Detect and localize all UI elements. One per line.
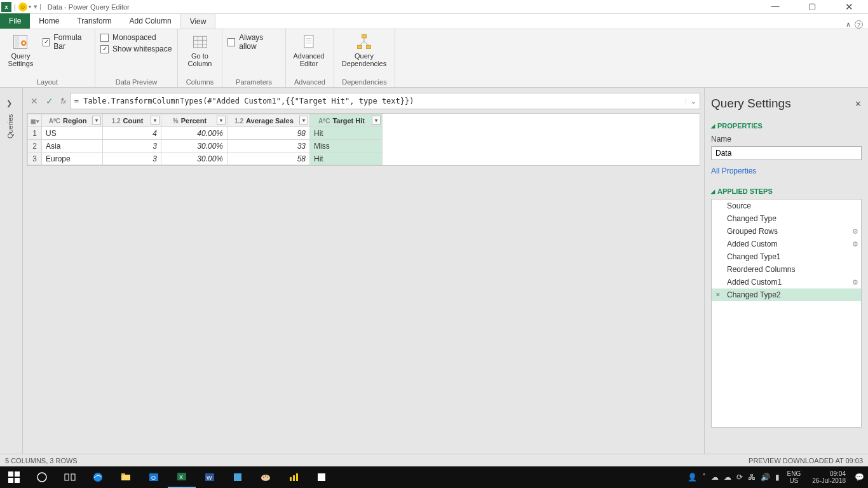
tab-file[interactable]: File xyxy=(0,13,30,29)
volume-icon[interactable]: 🔊 xyxy=(761,473,770,482)
grid-corner[interactable]: ▦▾ xyxy=(28,114,42,127)
applied-step[interactable]: Added Custom1⚙ xyxy=(712,276,861,288)
formula-input[interactable]: = Table.TransformColumnTypes(#"Added Cus… xyxy=(70,93,700,109)
taskbar-app5-icon[interactable] xyxy=(224,466,252,488)
column-header-average-sales[interactable]: 1.2Average Sales▾ xyxy=(227,114,310,127)
svg-rect-28 xyxy=(121,473,125,475)
applied-step[interactable]: Changed Type2 xyxy=(712,288,861,301)
window-titlebar: x | ☺ ▾ ▾ | Data - Power Query Editor — … xyxy=(0,0,868,14)
row-number[interactable]: 3 xyxy=(28,152,42,165)
tab-home[interactable]: Home xyxy=(30,13,68,29)
qat-dropdown-icon[interactable]: ▾ xyxy=(29,4,31,10)
svg-point-39 xyxy=(267,477,268,478)
help-icon[interactable]: ? xyxy=(855,20,863,29)
onedrive2-icon[interactable]: ☁ xyxy=(724,473,731,482)
svg-text:O: O xyxy=(151,475,156,481)
tab-view[interactable]: View xyxy=(180,13,216,29)
applied-step[interactable]: Changed Type1 xyxy=(712,250,861,263)
ribbon-collapse-icon[interactable]: ∧ xyxy=(846,20,851,29)
table-row[interactable]: 2Asia330.00%33Miss xyxy=(28,140,383,152)
confirm-formula-button[interactable]: ✓ xyxy=(42,93,57,109)
updates-icon[interactable]: ⟳ xyxy=(736,473,743,482)
group-label-parameters: Parameters xyxy=(227,77,280,86)
cancel-formula-button[interactable]: ✕ xyxy=(27,93,42,109)
column-filter-icon[interactable]: ▾ xyxy=(92,116,101,125)
goto-column-button[interactable]: Go to Column xyxy=(183,32,217,67)
taskbar-excel-icon[interactable]: X xyxy=(168,466,196,488)
column-filter-icon[interactable]: ▾ xyxy=(372,116,381,125)
formula-dropdown-icon[interactable]: ⌄ xyxy=(686,98,700,105)
advanced-editor-button[interactable]: Advanced Editor xyxy=(291,32,327,67)
window-close-button[interactable]: ✕ xyxy=(836,1,862,13)
svg-rect-20 xyxy=(15,471,20,477)
query-dependencies-button[interactable]: Query Dependencies xyxy=(339,32,389,67)
all-properties-link[interactable]: All Properties xyxy=(711,166,756,175)
tab-add-column[interactable]: Add Column xyxy=(121,13,180,29)
svg-rect-9 xyxy=(304,36,313,48)
applied-step[interactable]: Changed Type xyxy=(712,212,861,225)
column-header-target-hit[interactable]: AᴮCTarget Hit▾ xyxy=(310,114,383,127)
tray-chevron-icon[interactable]: ˄ xyxy=(702,473,706,482)
query-settings-button[interactable]: Query Settings xyxy=(5,32,36,67)
svg-rect-42 xyxy=(296,473,298,481)
table-row[interactable]: 1US440.00%98Hit xyxy=(28,127,383,140)
taskbar-app8-icon[interactable] xyxy=(308,466,336,488)
gear-icon[interactable]: ⚙ xyxy=(852,240,858,248)
start-button[interactable] xyxy=(0,466,28,488)
language-indicator[interactable]: ENGUS xyxy=(785,470,804,484)
applied-step[interactable]: Grouped Rows⚙ xyxy=(712,225,861,238)
taskbar-explorer-icon[interactable] xyxy=(112,466,140,488)
battery-icon[interactable]: ▮ xyxy=(775,473,780,482)
ribbon: Query Settings ✓Formula Bar Layout Monos… xyxy=(0,29,868,88)
row-number[interactable]: 1 xyxy=(28,127,42,140)
column-header-region[interactable]: AᴮCRegion▾ xyxy=(42,114,103,127)
action-center-icon[interactable]: 💬 xyxy=(855,473,864,482)
show-whitespace-checkbox[interactable]: ✓Show whitespace xyxy=(100,43,172,55)
svg-line-18 xyxy=(364,41,369,45)
cortana-button[interactable] xyxy=(28,466,56,488)
row-number[interactable]: 2 xyxy=(28,140,42,152)
monospaced-checkbox[interactable]: Monospaced xyxy=(100,32,172,43)
taskbar-edge-icon[interactable] xyxy=(84,466,112,488)
onedrive-icon[interactable]: ☁ xyxy=(711,473,719,482)
applied-step[interactable]: Source xyxy=(712,200,861,212)
fx-icon: fx xyxy=(57,97,70,105)
gear-icon[interactable]: ⚙ xyxy=(852,227,858,236)
taskbar-clock[interactable]: 09:0426-Jul-2018 xyxy=(808,470,850,484)
svg-rect-41 xyxy=(293,475,295,481)
taskbar-word-icon[interactable]: W xyxy=(196,466,224,488)
column-header-percent[interactable]: %Percent▾ xyxy=(161,114,227,127)
taskbar-powerbi-icon[interactable] xyxy=(280,466,308,488)
group-label-columns: Columns xyxy=(183,77,217,86)
applied-steps-section-header[interactable]: ◢APPLIED STEPS xyxy=(711,187,862,195)
people-icon[interactable]: 👤 xyxy=(688,473,697,482)
column-header-count[interactable]: 1.2Count▾ xyxy=(103,114,161,127)
settings-pane-icon xyxy=(11,33,29,51)
properties-section-header[interactable]: ◢PROPERTIES xyxy=(711,122,862,130)
gear-icon[interactable]: ⚙ xyxy=(852,278,858,287)
chevron-right-icon: ❯ xyxy=(6,99,12,107)
always-allow-checkbox[interactable]: Always allow xyxy=(227,32,280,52)
queries-rail[interactable]: ❯ Queries xyxy=(0,88,23,474)
query-name-input[interactable]: Data xyxy=(711,146,862,160)
document-icon xyxy=(300,33,318,51)
name-label: Name xyxy=(711,135,862,144)
column-filter-icon[interactable]: ▾ xyxy=(299,116,308,125)
column-filter-icon[interactable]: ▾ xyxy=(151,116,159,125)
formula-bar-checkbox[interactable]: ✓Formula Bar xyxy=(43,32,90,52)
taskbar-outlook-icon[interactable]: O xyxy=(140,466,168,488)
taskbar-paint-icon[interactable] xyxy=(252,466,280,488)
status-right: PREVIEW DOWNLOADED AT 09:03 xyxy=(749,457,863,464)
table-row[interactable]: 3Europe330.00%58Hit xyxy=(28,152,383,165)
window-minimize-button[interactable]: — xyxy=(763,1,788,13)
task-view-button[interactable] xyxy=(56,466,84,488)
applied-step[interactable]: Reordered Columns xyxy=(712,263,861,276)
tab-transform[interactable]: Transform xyxy=(68,13,120,29)
group-label-data-preview: Data Preview xyxy=(100,77,172,86)
window-maximize-button[interactable]: ▢ xyxy=(799,1,825,13)
network-icon[interactable]: 🖧 xyxy=(748,473,756,482)
applied-step[interactable]: Added Custom⚙ xyxy=(712,238,861,250)
smiley-icon[interactable]: ☺ xyxy=(18,3,27,11)
panel-close-button[interactable]: ✕ xyxy=(855,99,862,109)
column-filter-icon[interactable]: ▾ xyxy=(217,116,226,125)
